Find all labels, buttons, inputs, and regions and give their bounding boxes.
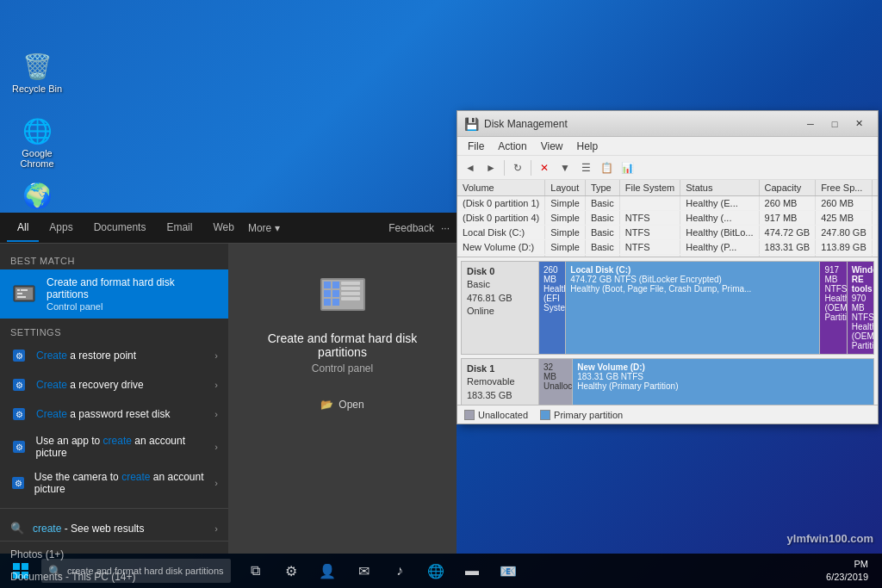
table-row[interactable]: Local Disk (C:)SimpleBasicNTFSHealthy (B… bbox=[457, 226, 878, 240]
start-menu: All Apps Documents Email Web More ▾ Feed… bbox=[0, 213, 457, 554]
taskbar-browser-icon[interactable]: 🌐 bbox=[419, 554, 453, 588]
svg-text:⚙: ⚙ bbox=[14, 479, 22, 488]
tab-web[interactable]: Web bbox=[202, 214, 244, 242]
svg-rect-20 bbox=[324, 290, 331, 297]
col-fs[interactable]: File System bbox=[619, 180, 680, 196]
settings-item-account-app[interactable]: ⚙ Use an app to create an account pictur… bbox=[0, 429, 228, 465]
control-panel-icon bbox=[317, 269, 369, 321]
window-controls: ─ □ ✕ bbox=[798, 115, 871, 133]
window-title-text: Disk Management bbox=[484, 118, 798, 130]
col-type[interactable]: Type bbox=[585, 180, 619, 196]
desktop-icon-chrome[interactable]: 🌐 Google Chrome bbox=[7, 112, 67, 172]
svg-rect-3 bbox=[21, 289, 28, 291]
settings-section-label: Settings bbox=[0, 319, 228, 341]
svg-rect-26 bbox=[324, 299, 331, 306]
taskbar-clock[interactable]: PM 6/23/2019 bbox=[819, 558, 875, 585]
disk-label: Disk 1Removable183.35 GBOnline bbox=[461, 358, 538, 405]
desktop: 🗑️ Recycle Bin 🌐 Google Chrome 🌍 Edge 🛍️… bbox=[0, 0, 882, 588]
svg-text:⚙: ⚙ bbox=[16, 410, 23, 419]
menu-help[interactable]: Help bbox=[570, 139, 606, 154]
right-panel-title: Create and format hard disk partitions bbox=[245, 331, 439, 359]
more-options-icon[interactable]: ··· bbox=[441, 222, 450, 234]
taskbar-task-view[interactable]: ⧉ bbox=[238, 554, 272, 588]
toolbar-btn-6[interactable]: 📋 bbox=[597, 158, 616, 177]
close-button[interactable]: ✕ bbox=[847, 115, 871, 133]
tab-all[interactable]: All bbox=[7, 214, 39, 242]
taskbar-mail-icon[interactable]: ✉ bbox=[346, 554, 381, 588]
toolbar-btn-7[interactable]: 📊 bbox=[618, 158, 637, 177]
taskbar-teams-icon[interactable]: 📧 bbox=[491, 554, 525, 588]
toolbar-btn-4[interactable]: ▼ bbox=[556, 158, 575, 177]
clock-date: 6/23/2019 bbox=[826, 571, 868, 584]
taskbar-settings-icon[interactable]: ⚙ bbox=[274, 554, 308, 588]
table-row[interactable]: (Disk 0 partition 4)SimpleBasicNTFSHealt… bbox=[457, 211, 878, 226]
web-search-item[interactable]: 🔍 create - See web results › bbox=[0, 516, 228, 541]
account-app-icon: ⚙ bbox=[10, 438, 28, 455]
recycle-bin-label: Recycle Bin bbox=[12, 84, 62, 94]
recycle-bin-icon: 🗑️ bbox=[22, 51, 53, 82]
right-panel-subtitle: Control panel bbox=[312, 362, 373, 374]
settings-item-account-app-text: Use an app to create an account picture bbox=[36, 435, 215, 459]
password-icon: ⚙ bbox=[10, 405, 28, 423]
window-toolbar: ◄ ► ↻ ✕ ▼ ☰ 📋 📊 bbox=[457, 156, 878, 180]
menu-file[interactable]: File bbox=[461, 139, 491, 154]
toolbar-btn-3[interactable]: ✕ bbox=[535, 158, 554, 177]
disk-segment[interactable]: 917 MB NTFSHealthy (OEM Partitio... bbox=[820, 262, 847, 354]
settings-item-password[interactable]: ⚙ Create a password reset disk › bbox=[0, 399, 228, 429]
tab-more[interactable]: More ▾ bbox=[248, 222, 280, 234]
best-match-title: Create and format hard disk partitions bbox=[47, 276, 218, 300]
disk-segment[interactable]: 32 MBUnallocated bbox=[539, 359, 573, 405]
settings-item-restore-text: Create a restore point bbox=[36, 350, 136, 362]
table-row[interactable]: (Disk 0 partition 1)SimpleBasicHealthy (… bbox=[457, 196, 878, 211]
taskbar-people-icon[interactable]: 👤 bbox=[310, 554, 345, 588]
tab-documents[interactable]: Documents bbox=[84, 214, 157, 242]
col-volume[interactable]: Volume bbox=[457, 180, 545, 196]
maximize-button[interactable]: □ bbox=[823, 115, 847, 133]
best-match-text: Create and format hard disk partitions C… bbox=[47, 276, 218, 312]
disk-segments: 32 MBUnallocatedNew Volume (D:)183.31 GB… bbox=[538, 358, 874, 405]
toolbar-forward-btn[interactable]: ► bbox=[481, 158, 500, 177]
col-layout[interactable]: Layout bbox=[545, 180, 586, 196]
svg-text:⚙: ⚙ bbox=[16, 381, 23, 390]
settings-item-recovery[interactable]: ⚙ Create a recovery drive › bbox=[0, 370, 228, 399]
col-pct[interactable]: % Free bbox=[872, 180, 878, 196]
open-button[interactable]: 📂 Open bbox=[314, 395, 370, 414]
best-match-item[interactable]: Create and format hard disk partitions C… bbox=[0, 269, 228, 319]
toolbar-refresh-btn[interactable]: ↻ bbox=[508, 158, 527, 177]
taskbar-music-icon[interactable]: ♪ bbox=[382, 554, 417, 588]
recovery-icon: ⚙ bbox=[10, 376, 28, 393]
docs-section: Documents - This PC (14+) bbox=[0, 567, 228, 586]
tab-apps[interactable]: Apps bbox=[39, 214, 83, 242]
tab-email[interactable]: Email bbox=[156, 214, 202, 242]
svg-rect-22 bbox=[341, 282, 360, 285]
photos-section: Photos (1+) bbox=[0, 541, 228, 567]
menu-view[interactable]: View bbox=[534, 139, 570, 154]
svg-rect-21 bbox=[332, 290, 339, 297]
disk-label: Disk 0Basic476.81 GBOnline bbox=[461, 261, 538, 355]
taskbar-terminal-icon[interactable]: ▬ bbox=[455, 554, 489, 588]
table-row[interactable]: New Volume (D:)SimpleBasicNTFSHealthy (P… bbox=[457, 240, 878, 255]
settings-item-restore[interactable]: ⚙ Create a restore point › bbox=[0, 341, 228, 370]
menu-action[interactable]: Action bbox=[491, 139, 533, 154]
col-capacity[interactable]: Capacity bbox=[759, 180, 816, 196]
disk-segment[interactable]: 260 MBHealthy (EFI Syste... bbox=[539, 262, 566, 354]
svg-rect-2 bbox=[17, 289, 20, 291]
feedback-button[interactable]: Feedback bbox=[388, 222, 434, 234]
disk-segment[interactable]: New Volume (D:)183.31 GB NTFSHealthy (Pr… bbox=[573, 359, 873, 405]
disk-segment[interactable]: Local Disk (C:)474.72 GB NTFS (BitLocker… bbox=[566, 262, 820, 354]
minimize-button[interactable]: ─ bbox=[798, 115, 823, 133]
col-status[interactable]: Status bbox=[680, 180, 759, 196]
col-free[interactable]: Free Sp... bbox=[816, 180, 873, 196]
toolbar-btn-5[interactable]: ☰ bbox=[576, 158, 595, 177]
toolbar-back-btn[interactable]: ◄ bbox=[461, 158, 480, 177]
desktop-icon-recycle-bin[interactable]: 🗑️ Recycle Bin bbox=[7, 47, 67, 97]
vol-table: Volume Layout Type File System Status Ca… bbox=[457, 180, 878, 257]
disk-management-window: 💾 Disk Management ─ □ ✕ File Action View… bbox=[457, 110, 879, 424]
chevron-right-icon-2: › bbox=[214, 380, 218, 390]
photos-label: Photos (1+) bbox=[10, 548, 218, 560]
best-match-label: Best match bbox=[0, 251, 228, 269]
search-content: Best match Create an bbox=[0, 244, 457, 554]
settings-item-camera[interactable]: ⚙ Use the camera to create an account pi… bbox=[0, 465, 228, 501]
disk-segment[interactable]: Windows RE tools970 MB NTFSHealthy (OEM … bbox=[848, 262, 873, 354]
best-match-icon bbox=[10, 281, 38, 308]
